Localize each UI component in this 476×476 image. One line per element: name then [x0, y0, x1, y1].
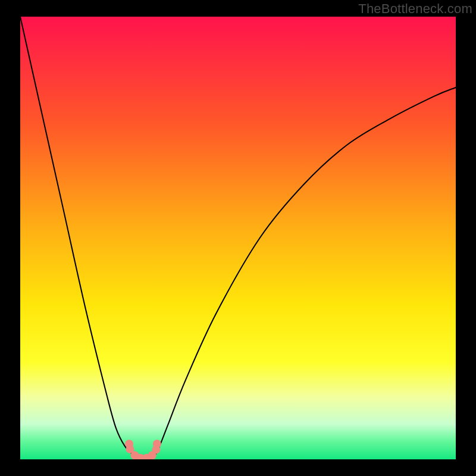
marker-dot — [153, 440, 161, 448]
chart-frame: TheBottleneck.com — [0, 0, 476, 476]
bottleneck-curve — [20, 17, 456, 459]
watermark-text: TheBottleneck.com — [358, 1, 472, 17]
sweet-spot-dots — [125, 440, 161, 459]
curve-layer — [20, 17, 456, 459]
plot-area — [20, 17, 456, 459]
